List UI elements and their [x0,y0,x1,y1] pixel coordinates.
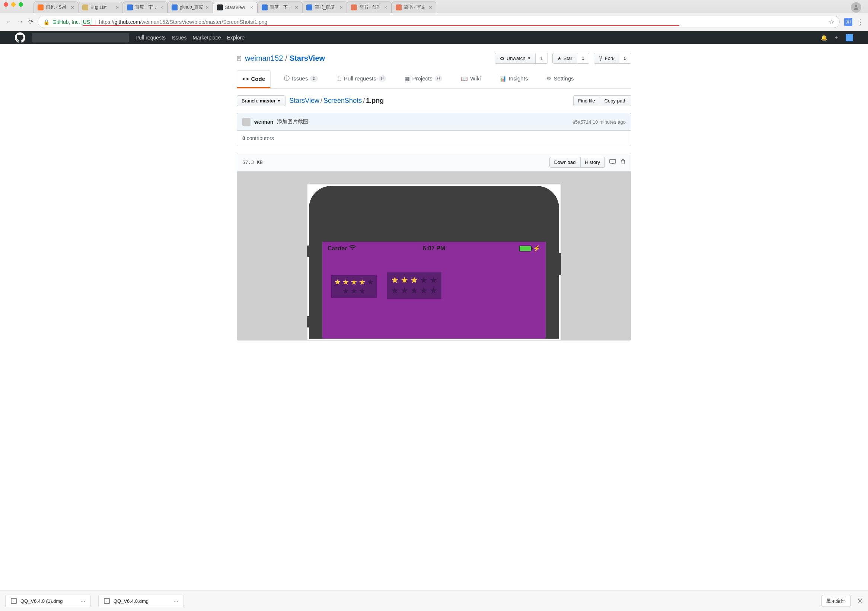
tab-title: github_百度 [180,4,203,11]
nav-marketplace[interactable]: Marketplace [192,35,221,40]
git-pull-request-icon [336,76,342,81]
profile-avatar-icon[interactable] [851,2,861,12]
history-button[interactable]: History [581,157,605,168]
commit-time: 10 minutes ago [592,119,626,125]
nav-explore[interactable]: Explore [227,35,245,40]
minimize-window-button[interactable] [11,2,16,7]
notifications-icon[interactable]: 🔔 [821,35,827,40]
contributors-row: 0 contributors [237,131,631,146]
tab-title: StarsView [225,5,248,10]
tab-insights[interactable]: 📊Insights [494,70,533,88]
tab-issues[interactable]: ⓘIssues 0 [279,70,323,88]
address-bar[interactable]: 🔒 GitHub, Inc. [US] | https://github.com… [37,16,840,28]
star-icon: ★ [557,56,562,61]
close-tab-icon[interactable]: × [250,5,253,11]
browser-tab[interactable]: StarsView× [213,2,257,12]
browser-tab[interactable]: 简书 - 创作× [347,2,392,12]
browser-tab[interactable]: Bug List× [78,2,123,12]
favicon-icon [351,5,357,11]
close-tab-icon[interactable]: × [295,5,298,11]
simulator-frame: Carrier 6:07 PM ⚡ ★★★★★ ★★★ [309,186,559,339]
close-tab-icon[interactable]: × [205,5,208,11]
commit-sha[interactable]: a5a5714 [572,119,591,125]
commit-author-avatar[interactable] [242,118,251,126]
book-icon: 📖 [461,75,468,82]
find-file-button[interactable]: Find file [573,95,600,106]
favicon-icon [262,5,268,11]
crumb-dir[interactable]: ScreenShots [324,97,362,104]
favicon-icon [172,5,178,11]
file-header: 57.3 KB Download History [237,153,631,172]
repo-owner-link[interactable]: weiman152 [245,54,283,62]
forward-button[interactable]: → [16,18,24,26]
repo-title: weiman152 / StarsView [237,54,325,62]
code-icon: <> [242,76,249,82]
lock-icon: 🔒 [43,19,50,25]
display-icon[interactable] [609,159,616,166]
favicon-icon [396,5,401,11]
favicon-icon [306,5,312,11]
back-button[interactable]: ← [5,18,12,26]
bookmark-star-icon[interactable]: ☆ [829,18,834,25]
file-navigation: Branch: master ▼ StarsView/ScreenShots/1… [237,89,631,113]
nav-issues[interactable]: Issues [172,35,186,40]
favicon-icon [82,5,88,11]
ev-cert-label: GitHub, Inc. [US] [53,19,91,25]
tab-settings[interactable]: ⚙Settings [541,70,579,88]
commit-meta: a5a5714 10 minutes ago [572,119,626,125]
create-new-icon[interactable]: ＋ [834,34,839,41]
branch-select-button[interactable]: Branch: master ▼ [237,95,285,106]
tab-code[interactable]: <>Code [237,70,271,88]
browser-tab[interactable]: 闭包 - Swi× [34,2,78,12]
gear-icon: ⚙ [546,75,551,82]
browser-tab[interactable]: 简书_百度× [302,2,347,12]
maximize-window-button[interactable] [19,2,23,7]
close-tab-icon[interactable]: × [339,5,343,11]
close-tab-icon[interactable]: × [160,5,163,11]
browser-tab[interactable]: 百度一下，× [123,2,167,12]
fork-button[interactable]: Fork [594,53,619,64]
svg-point-0 [855,5,857,8]
tab-projects[interactable]: ▦Projects 0 [399,70,447,88]
star-count[interactable]: 0 [577,53,589,64]
close-tab-icon[interactable]: × [429,5,432,11]
close-tab-icon[interactable]: × [71,5,74,11]
crumb-root[interactable]: StarsView [289,97,319,104]
wifi-icon [349,245,356,252]
close-window-button[interactable] [4,2,8,7]
github-logo-icon[interactable] [15,33,25,43]
commit-author[interactable]: weiman [254,119,273,125]
copy-path-button[interactable]: Copy path [600,95,631,106]
github-search-input[interactable] [32,33,129,42]
repo-name-link[interactable]: StarsView [290,54,325,62]
close-tab-icon[interactable]: × [384,5,387,11]
fork-count[interactable]: 0 [619,53,631,64]
tab-pull-requests[interactable]: Pull requests0 [331,70,391,88]
browser-tab[interactable]: github_百度× [167,2,213,12]
delete-icon[interactable] [620,159,626,166]
star-button[interactable]: ★Star [552,53,577,64]
carrier-label: Carrier [327,245,347,252]
browser-menu-icon[interactable]: ⋮ [857,18,863,26]
unwatch-button[interactable]: Unwatch ▼ [494,53,536,64]
url-text: https://github.com/weiman152/StarsView/b… [99,19,268,25]
browser-tab[interactable]: 百度一下，× [257,2,302,12]
annotation-underline [83,25,679,26]
tab-title: 闭包 - Swi [46,4,69,11]
close-tab-icon[interactable]: × [116,5,119,11]
tab-title: 百度一下， [270,4,293,11]
star-group: ★Star 0 [552,53,589,64]
user-avatar[interactable] [846,34,853,41]
favicon-icon [217,5,223,11]
watch-count[interactable]: 1 [536,53,547,64]
fork-group: Fork 0 [594,53,631,64]
extension-badge[interactable]: JH [844,18,852,26]
reload-button[interactable]: ⟳ [28,18,33,25]
tab-wiki[interactable]: 📖Wiki [456,70,486,88]
download-button[interactable]: Download [549,157,581,168]
nav-pull-requests[interactable]: Pull requests [135,35,166,40]
tab-title: 简书_百度 [315,4,338,11]
browser-tab[interactable]: 简书 - 写文× [392,2,436,12]
commit-message[interactable]: 添加图片截图 [277,118,308,125]
repo-icon [237,56,243,61]
